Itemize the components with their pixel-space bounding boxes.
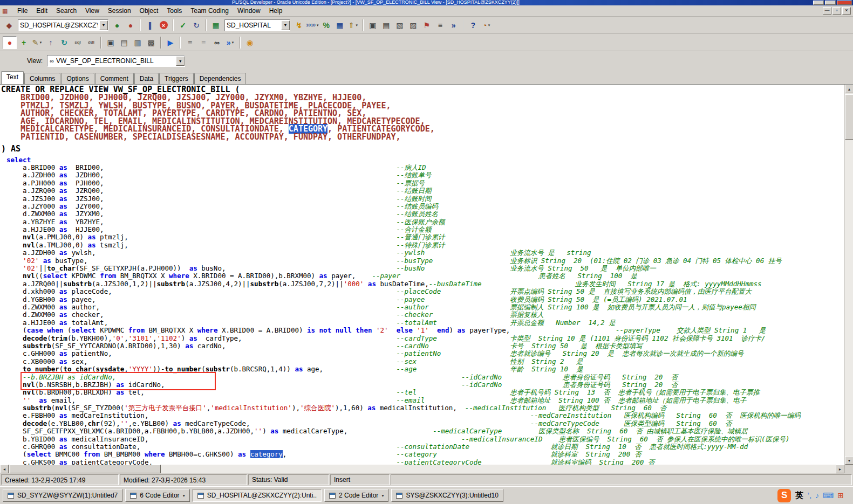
tab-options[interactable]: Options [61, 73, 94, 84]
ddl-word-icon[interactable]: ddl [85, 36, 98, 49]
keyboard-icon[interactable]: ⌨ [823, 491, 834, 500]
code-line: c.GHKS00 as patientCategoryCode, --patie… [6, 459, 853, 465]
next-occurrence-icon[interactable]: »▼ [224, 36, 237, 49]
break-icon[interactable]: × [157, 19, 170, 32]
toolbox-icon[interactable]: ⊞ [837, 491, 844, 500]
help-icon[interactable]: ? [467, 19, 480, 32]
dropdown-icon[interactable]: ▾ [183, 493, 185, 498]
close-button[interactable] [837, 1, 852, 5]
copy-icon[interactable]: ▣ [104, 36, 117, 49]
vertical-scrollbar[interactable]: ▲ ▼ [844, 85, 853, 465]
task-button[interactable]: SD_SYYZW@SYYZW(1):Untitled7 [3, 489, 122, 502]
tab-data[interactable]: Data [134, 73, 159, 84]
menu-item-team-coding[interactable]: Team Coding [186, 6, 233, 16]
sql-window-icon[interactable]: % [320, 19, 333, 32]
indent-icon[interactable]: ≡ [183, 36, 196, 49]
horizontal-scroll-thumb[interactable] [10, 465, 161, 473]
logoff-icon[interactable]: ● [124, 19, 137, 32]
sql-text-editor[interactable]: CREATE OR REPLACE VIEW VW_SF_OP_ELECTRON… [0, 84, 853, 465]
mdi-minimize-button[interactable]: — [823, 7, 831, 15]
dropdown-icon[interactable]: ▾ [381, 493, 384, 498]
sql-word-icon[interactable]: sql [71, 36, 84, 49]
toolbar-separator [240, 37, 241, 49]
tab-dependencies[interactable]: Dependencies [194, 73, 247, 84]
scroll-right-button[interactable]: ► [836, 465, 844, 473]
logon-icon[interactable]: ● [111, 19, 124, 32]
command-window-icon[interactable]: ▤ [380, 19, 393, 32]
menu-item-view[interactable]: View [81, 6, 104, 16]
menu-item-tools[interactable]: Tools [162, 6, 186, 16]
paste-icon[interactable]: ▥ [131, 36, 144, 49]
copy-special-icon[interactable]: ▤ [118, 36, 131, 49]
mdi-restore-button[interactable]: ▫ [832, 7, 841, 15]
report-window-icon[interactable]: ▦ [333, 19, 346, 32]
test-window-icon[interactable]: 1010▼ [306, 19, 319, 32]
menu-item-session[interactable]: Session [104, 6, 135, 16]
code-line: a.BRID00 as BRID00, --病人ID [6, 164, 853, 171]
task-button[interactable]: SD_HOSPITAL@ZSKXCZYY(2):Unti.. [193, 489, 322, 502]
view-combo[interactable]: ∞ VW_SF_OP_ELECTRONIC_BILL ▼ [47, 55, 185, 67]
tab-triggers[interactable]: Triggers [159, 73, 194, 84]
minimize-button[interactable] [813, 1, 824, 5]
code-line: a.HJJE00 as HJJE00, --合计金额 [6, 226, 853, 233]
vertical-scroll-thumb[interactable] [845, 94, 853, 140]
view-combo-dropdown[interactable]: ▼ [176, 56, 185, 66]
execute-icon[interactable]: ▶ [164, 36, 177, 49]
session-combo[interactable]: SD_HOSPITAL@ZSKXCZY▼ [18, 19, 108, 31]
code-line: to_number(to_char(sysdate,'YYYY'))-to_nu… [6, 365, 853, 373]
find-icon[interactable]: ∞ [210, 36, 223, 49]
menu-item-help[interactable]: Help [265, 6, 287, 16]
export-icon[interactable]: ⇑▼ [347, 19, 360, 32]
select-all-icon[interactable]: ▩ [145, 36, 158, 49]
assistant-icon[interactable]: ◉ [243, 36, 256, 49]
window-list-icon[interactable]: ≡ [434, 19, 447, 32]
code-line: select [6, 156, 853, 164]
record-indicator-icon[interactable]: ● [3, 36, 17, 49]
scroll-left-button[interactable]: ◄ [0, 465, 9, 473]
macro-timer-icon[interactable]: ◔▼ [480, 19, 493, 32]
tone-icon[interactable]: ’, [808, 491, 811, 500]
toolbar-separator [160, 37, 161, 49]
menu-item-file[interactable]: File [13, 6, 32, 16]
todo-flag-icon[interactable]: ⚑ [420, 19, 433, 32]
new-window-icon[interactable]: ▣ [366, 19, 379, 32]
child-window-icon[interactable]: ▦ [2, 8, 10, 14]
scroll-down-button[interactable]: ▼ [845, 456, 853, 465]
save-edit-icon[interactable]: ✎▼ [31, 36, 44, 49]
rollback-icon[interactable]: ↻ [190, 19, 203, 32]
diagram-window-icon[interactable]: ▨ [407, 19, 420, 32]
sogou-logo-icon[interactable]: S [777, 489, 791, 502]
maximize-button[interactable] [825, 1, 836, 5]
session-combo-dropdown[interactable]: ▼ [99, 20, 108, 30]
tab-text[interactable]: Text [1, 71, 24, 84]
browser-combo[interactable]: SD_HOSPITAL▼ [224, 19, 290, 31]
explain-plan-icon[interactable]: ▧ [393, 19, 406, 32]
add-icon[interactable]: + [17, 36, 30, 49]
object-browser-icon[interactable]: ▦ [209, 19, 222, 32]
horizontal-scrollbar[interactable]: ◄ ► [0, 465, 853, 473]
tab-comment[interactable]: Comment [95, 73, 134, 84]
commit-icon[interactable]: ✓ [176, 19, 189, 32]
task-button[interactable]: SYS@ZSKXCZYY(3):Untitled10 [391, 489, 503, 502]
ime-language-indicator[interactable]: 英 [795, 491, 803, 501]
execute-lightning-icon[interactable]: ↯ [292, 19, 305, 32]
task-button[interactable]: 2 Code Editor▾ [324, 489, 388, 502]
jump-icon[interactable]: ↑ [44, 36, 57, 49]
mdi-close-button[interactable]: × [842, 7, 851, 15]
horizontal-scroll-track[interactable] [9, 465, 836, 473]
menu-item-edit[interactable]: Edit [32, 6, 52, 16]
fast-forward-icon[interactable]: » [447, 19, 460, 32]
refresh-icon[interactable]: ↻ [58, 36, 71, 49]
menu-item-window[interactable]: Window [233, 6, 265, 16]
session-icon[interactable]: ◆ [3, 19, 16, 32]
tab-columns[interactable]: Columns [24, 73, 60, 84]
task-button[interactable]: 6 Code Editor▾ [125, 489, 189, 502]
code-line: d.YGBH00 as payee, --payee 收费员编码 String … [6, 296, 853, 303]
pause-icon[interactable]: ∥ [144, 19, 156, 32]
scroll-up-button[interactable]: ▲ [845, 85, 853, 93]
browser-combo-dropdown[interactable]: ▼ [281, 20, 290, 30]
menu-item-object[interactable]: Object [135, 6, 163, 16]
outdent-icon[interactable]: ≡ [197, 36, 210, 49]
voice-icon[interactable]: ♪ [815, 491, 819, 500]
menu-item-search[interactable]: Search [52, 6, 81, 16]
